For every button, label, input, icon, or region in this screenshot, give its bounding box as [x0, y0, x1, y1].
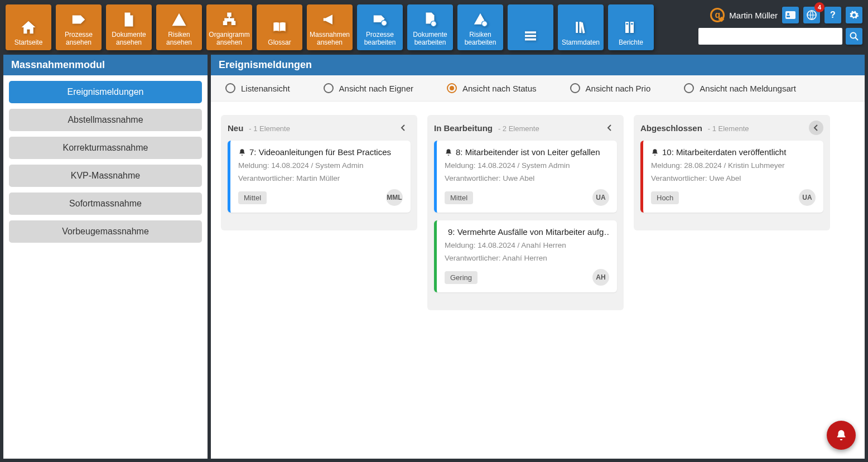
column-1: In Bearbeitung - 2 Elemente 8: Mitarbeit… — [427, 115, 624, 310]
content: Ereignismeldungen ListenansichtAnsicht n… — [211, 55, 868, 462]
column-title: Neu — [228, 123, 243, 133]
nav-orange-2[interactable]: Dokumente ansehen — [106, 4, 152, 50]
sidebar: Massnahmenmodul EreignismeldungenAbstell… — [0, 55, 211, 462]
nav-label: Glossar — [268, 39, 291, 47]
nav-blue-5[interactable]: Berichte — [608, 4, 654, 50]
collapse-button[interactable] — [809, 121, 823, 135]
content-header: Ereignismeldungen — [211, 55, 865, 75]
sidebar-item-3[interactable]: KVP-Massnahme — [9, 165, 202, 187]
nav-orange-group: StartseiteProzesse ansehenDokumente anse… — [6, 4, 353, 50]
help-button[interactable]: ? — [824, 7, 841, 23]
nav-orange-1[interactable]: Prozesse ansehen — [56, 4, 102, 50]
card-title: 7: Videoanleitungen für Best Practices — [238, 147, 403, 157]
card[interactable]: 10: Mitarbeiterdaten veröffentlicht Meld… — [640, 141, 823, 213]
user-name: Martin Müller — [729, 11, 778, 20]
view-selector-row: ListenansichtAnsicht nach EignerAnsicht … — [211, 75, 865, 102]
nav-blue-3[interactable] — [508, 4, 553, 50]
avatar: UA — [592, 189, 609, 206]
nav-label: Dokumente ansehen — [112, 31, 146, 47]
collapse-button[interactable] — [396, 121, 411, 135]
notification-badge: 4 — [814, 2, 824, 12]
card-meta-1: Meldung: 28.08.2024 / Kristin Luhmeyer — [651, 161, 816, 170]
view-label: Ansicht nach Status — [462, 84, 537, 93]
card[interactable]: 9: Vermehrte Ausfälle von Mitarbeiter au… — [434, 220, 617, 292]
view-option-3[interactable]: Ansicht nach Prio — [570, 83, 651, 93]
card-meta-2: Verantwortlicher: Anahí Herren — [445, 254, 609, 262]
collapse-button[interactable] — [602, 121, 617, 135]
gear-icon — [849, 10, 859, 20]
bell-icon — [835, 429, 847, 441]
nav-blue-1[interactable]: Dokumente bearbeiten — [407, 4, 453, 50]
card-meta-2: Verantwortlicher: Martin Müller — [238, 174, 403, 182]
svg-text:?: ? — [830, 10, 836, 20]
radio-icon — [684, 83, 694, 93]
priority-pill: Mittel — [445, 191, 473, 204]
nav-label: Risiken ansehen — [166, 31, 192, 47]
bell-icon — [445, 148, 452, 156]
svg-rect-6 — [787, 16, 790, 17]
column-count: - 2 Elemente — [498, 124, 539, 133]
priority-pill: Gering — [445, 271, 478, 284]
nav-blue-4[interactable]: Stammdaten — [558, 4, 604, 50]
nav-orange-6[interactable]: Massnahmen ansehen — [307, 4, 353, 50]
avatar: UA — [799, 189, 816, 206]
id-card-button[interactable] — [782, 7, 799, 23]
view-option-4[interactable]: Ansicht nach Meldungsart — [684, 83, 796, 93]
view-label: Ansicht nach Meldungsart — [700, 84, 796, 93]
sidebar-item-2[interactable]: Korrekturmassnahme — [9, 137, 202, 159]
main: Massnahmenmodul EreignismeldungenAbstell… — [0, 55, 868, 462]
column-2: Abgeschlossen - 1 Elemente 10: Mitarbeit… — [634, 115, 830, 230]
sidebar-item-4[interactable]: Sofortmassnahme — [9, 192, 202, 215]
settings-button[interactable] — [846, 7, 862, 23]
nav-blue-group: Prozesse bearbeitenDokumente bearbeitenR… — [357, 4, 654, 50]
view-label: Listenansicht — [241, 84, 290, 93]
radio-icon — [324, 83, 334, 93]
column-title: Abgeschlossen — [640, 123, 702, 133]
sidebar-item-5[interactable]: Vorbeugemassnahme — [9, 220, 202, 243]
card[interactable]: 7: Videoanleitungen für Best Practices M… — [228, 141, 411, 213]
nav-label: Startseite — [15, 39, 43, 47]
card-meta-1: Meldung: 14.08.2024 / System Admin — [238, 161, 403, 170]
nav-label: Risiken bearbeiten — [465, 31, 496, 47]
svg-line-11 — [856, 38, 859, 41]
bell-icon — [651, 148, 659, 156]
column-header: Abgeschlossen - 1 Elemente — [640, 121, 823, 135]
nav-label: Stammdaten — [562, 39, 600, 47]
nav-orange-5[interactable]: Glossar — [257, 4, 302, 50]
radio-icon — [570, 83, 580, 93]
view-label: Ansicht nach Eigner — [339, 84, 413, 93]
search-row — [698, 28, 862, 45]
card-meta-2: Verantwortlicher: Uwe Abel — [445, 174, 609, 182]
search-button[interactable] — [846, 28, 862, 45]
nav-orange-0[interactable]: Startseite — [6, 4, 51, 50]
card[interactable]: 8: Mitarbeitender ist von Leiter gefalle… — [434, 141, 617, 213]
search-input[interactable] — [698, 28, 842, 45]
nav-label: Berichte — [619, 39, 643, 47]
svg-point-2 — [482, 21, 488, 27]
view-option-0[interactable]: Listenansicht — [225, 83, 290, 93]
globe-button[interactable]: 4 — [803, 7, 820, 23]
nav-blue-0[interactable]: Prozesse bearbeiten — [357, 4, 403, 50]
card-meta-2: Verantwortlicher: Uwe Abel — [651, 174, 816, 182]
column-0: Neu - 1 Elemente 7: Videoanleitungen für… — [221, 115, 417, 230]
topbar: StartseiteProzesse ansehenDokumente anse… — [0, 0, 868, 55]
view-option-1[interactable]: Ansicht nach Eigner — [324, 83, 413, 93]
nav-blue-2[interactable]: Risiken bearbeiten — [457, 4, 503, 50]
card-meta-1: Meldung: 14.08.2024 / System Admin — [445, 161, 609, 170]
card-title: 10: Mitarbeiterdaten veröffentlicht — [651, 147, 816, 157]
sidebar-item-1[interactable]: Abstellmassnahme — [9, 109, 202, 131]
nav-orange-3[interactable]: Risiken ansehen — [156, 4, 202, 50]
svg-point-1 — [431, 21, 436, 27]
search-icon — [850, 32, 859, 41]
sidebar-item-0[interactable]: Ereignismeldungen — [9, 81, 202, 103]
column-header: Neu - 1 Elemente — [228, 121, 411, 135]
svg-point-0 — [382, 21, 387, 26]
radio-icon — [447, 83, 457, 93]
nav-orange-4[interactable]: Organigramm ansehen — [206, 4, 252, 50]
view-option-2[interactable]: Ansicht nach Status — [447, 83, 537, 93]
nav-label: Dokumente bearbeiten — [413, 31, 447, 47]
card-title: 8: Mitarbeitender ist von Leiter gefalle… — [445, 147, 609, 157]
notifications-fab[interactable] — [827, 421, 856, 450]
sidebar-header: Massnahmenmodul — [3, 55, 208, 75]
avatar: AH — [592, 269, 609, 286]
